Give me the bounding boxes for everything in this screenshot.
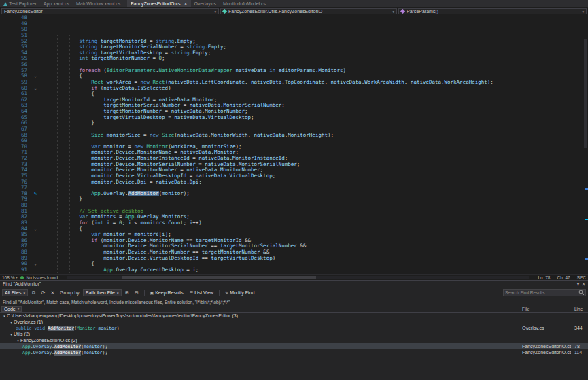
search-find-results-box[interactable] bbox=[503, 289, 586, 296]
document-health-indicator[interactable]: No issues found bbox=[20, 275, 58, 280]
vertical-scrollbar[interactable] bbox=[583, 15, 588, 274]
code-line[interactable]: 74 monitor.Device.MonitorNumber = native… bbox=[0, 167, 583, 173]
view-mode-dropdown[interactable]: Code ▾ bbox=[1, 306, 22, 312]
code-line[interactable]: 54 string targetVirtualDesktop = string.… bbox=[0, 50, 583, 56]
code-line[interactable]: 72 monitor.Device.MonitorInstanceId = na… bbox=[0, 156, 583, 162]
code-line[interactable]: 50 bbox=[0, 27, 583, 33]
code-line[interactable]: 51 bbox=[0, 33, 583, 39]
code-line[interactable]: 81 // Set active desktop bbox=[0, 209, 583, 215]
fold-chevron-icon[interactable]: ⌄ bbox=[29, 261, 42, 267]
code-line[interactable]: 69 bbox=[0, 138, 583, 144]
project-dropdown[interactable]: FancyZonesEditor ▾ bbox=[1, 8, 219, 14]
fold-chevron-icon[interactable]: ⌄ bbox=[29, 226, 42, 232]
code-line[interactable]: 66 } bbox=[0, 120, 583, 126]
code-line[interactable]: 78✎ App.Overlay.AddMonitor(monitor); bbox=[0, 191, 583, 197]
result-row[interactable]: ▾Overlay.cs (1) bbox=[0, 319, 588, 325]
code-line[interactable]: 48 bbox=[0, 15, 583, 21]
tab-app-xaml-cs[interactable]: App.xaml.cs bbox=[40, 0, 73, 7]
copy-icon[interactable]: ⧉ bbox=[30, 289, 37, 296]
tab-monitorinfomodel-cs[interactable]: MonitorInfoModel.cs bbox=[220, 0, 269, 7]
tab-test-explorer[interactable]: Test Explorer bbox=[0, 0, 40, 7]
list-view-button[interactable]: ☰ List View bbox=[188, 289, 215, 296]
code-line[interactable]: 59 Rect workArea = new Rect(nativeData.L… bbox=[0, 80, 583, 86]
result-row[interactable]: App.Overlay.AddMonitor(monitor);FancyZon… bbox=[0, 349, 588, 356]
tab-fancyzoneseditorio-cs[interactable]: FancyZonesEditorIO.cs✕ bbox=[127, 0, 190, 7]
scope-dropdown[interactable]: All Files ▾ bbox=[2, 289, 28, 296]
code-line[interactable]: 83 for (int i = 0; i < monitors.Count; i… bbox=[0, 220, 583, 226]
result-row[interactable]: ▾C:\Users\zhaopengwang\Desktop\powertoys… bbox=[0, 313, 588, 319]
gutter-margin bbox=[29, 138, 42, 144]
result-row[interactable]: ▾FancyZonesEditorIO.cs (2) bbox=[0, 337, 588, 343]
expander-icon[interactable]: ▾ bbox=[16, 339, 20, 343]
code-line[interactable]: 60⌄ if (nativeData.IsSelected) bbox=[0, 86, 583, 92]
expand-all-icon[interactable]: ⊞ bbox=[124, 289, 131, 296]
code-line[interactable]: 67 bbox=[0, 126, 583, 133]
horizontal-scrollbar[interactable] bbox=[67, 276, 529, 279]
code-token: ); bbox=[235, 144, 241, 150]
zoom-control[interactable]: 108 % ▾ bbox=[2, 275, 17, 280]
expander-icon[interactable]: ▾ bbox=[9, 320, 14, 324]
refresh-icon[interactable]: ⟳ bbox=[39, 289, 47, 296]
chevron-down-icon[interactable]: ▾ bbox=[577, 281, 579, 286]
fold-chevron-icon[interactable]: ⌄ bbox=[29, 73, 42, 80]
code-line[interactable]: 73 monitor.Device.MonitorSerialNumber = … bbox=[0, 162, 583, 168]
code-line[interactable]: 70 var monitor = new Monitor(workArea, m… bbox=[0, 144, 583, 150]
code-line[interactable]: 65 targetVirtualDesktop = nativeData.Vir… bbox=[0, 115, 583, 121]
column-header-line[interactable]: Line bbox=[574, 307, 583, 311]
code-line[interactable]: 58⌄ { bbox=[0, 73, 583, 80]
clear-icon[interactable]: ✕ bbox=[49, 289, 56, 296]
close-icon[interactable]: ✕ bbox=[184, 1, 187, 6]
code-line[interactable]: 86 if (monitor.Device.MonitorName == tar… bbox=[0, 238, 583, 244]
keep-results-button[interactable]: ▣ Keep Results bbox=[148, 289, 186, 296]
code-line[interactable]: 55 int targetMonitorNumber = 0; bbox=[0, 56, 583, 62]
modify-find-button[interactable]: ✎ Modify Find bbox=[223, 289, 256, 296]
code-line[interactable]: 85 var monitor = monitors[i]; bbox=[0, 232, 583, 238]
expander-icon[interactable]: ▾ bbox=[2, 314, 7, 318]
member-dropdown[interactable]: ParseParams() ▾ bbox=[398, 8, 587, 14]
spaces-indicator[interactable]: SPC bbox=[577, 275, 586, 280]
code-line[interactable]: 87 monitor.Device.MonitorSerialNumber ==… bbox=[0, 243, 583, 249]
code-token: ; bbox=[214, 97, 218, 103]
result-row[interactable]: public void AddMonitor(Monitor monitor)O… bbox=[0, 325, 588, 331]
type-dropdown[interactable]: FancyZonesEditor.Utils.FancyZonesEditorI… bbox=[220, 8, 397, 14]
code-line[interactable]: 89 monitor.Device.VirtualDesktopId == ta… bbox=[0, 256, 583, 262]
code-token: Monitors bbox=[318, 68, 343, 73]
code-line[interactable]: 91 App.Overlay.CurrentDesktop = i; bbox=[0, 267, 583, 273]
search-input[interactable] bbox=[504, 290, 578, 295]
code-line[interactable]: 84⌄ { bbox=[0, 226, 583, 232]
code-line[interactable]: 79 } bbox=[0, 196, 583, 203]
result-row[interactable]: ▾Utils (2) bbox=[0, 331, 588, 337]
edit-marker-icon[interactable]: ✎ bbox=[29, 191, 42, 197]
group-by-dropdown[interactable]: Path then File ▾ bbox=[83, 289, 122, 296]
scrollbar-thumb[interactable] bbox=[122, 276, 317, 279]
code-line[interactable]: 88 monitor.Device.MonitorNumber == targe… bbox=[0, 249, 583, 256]
code-line[interactable]: 75 monitor.Device.VirtualDesktopId = nat… bbox=[0, 173, 583, 179]
code-editor[interactable]: 4849505152 string targetMonitorId = stri… bbox=[0, 15, 583, 274]
close-icon[interactable]: ✕ bbox=[582, 281, 585, 286]
code-line[interactable]: 76 monitor.Device.Dpi = nativeData.Dpi; bbox=[0, 179, 583, 186]
code-line[interactable]: 80 bbox=[0, 203, 583, 209]
collapse-all-icon[interactable]: ⊟ bbox=[133, 289, 141, 296]
code-line[interactable]: 57 foreach (EditorParameters.NativeMonit… bbox=[0, 68, 583, 74]
code-line[interactable]: 71 monitor.Device.MonitorName = nativeDa… bbox=[0, 150, 583, 156]
scrollbar-thumb[interactable] bbox=[584, 39, 587, 148]
code-line[interactable]: 64 targetMonitorNumber = nativeData.Moni… bbox=[0, 109, 583, 115]
code-line[interactable]: 62 targetMonitorId = nativeData.Monitor; bbox=[0, 97, 583, 103]
result-row[interactable]: App.Overlay.AddMonitor(monitor);FancyZon… bbox=[0, 343, 588, 349]
code-line[interactable]: 77 bbox=[0, 185, 583, 191]
code-line[interactable]: 53 string targetMonitorSerialNumber = st… bbox=[0, 44, 583, 50]
fold-chevron-icon[interactable]: ⌄ bbox=[29, 86, 42, 92]
tab-mainwindow-xaml-cs[interactable]: MainWindow.xaml.cs bbox=[73, 0, 124, 7]
code-line[interactable]: 90⌄ { bbox=[0, 261, 583, 267]
find-panel-header[interactable]: Find "AddMonitor" ▾ ✕ bbox=[0, 280, 588, 287]
code-line[interactable]: 52 string targetMonitorId = string.Empty… bbox=[0, 39, 583, 45]
code-line[interactable]: 61 { bbox=[0, 91, 583, 97]
code-line[interactable]: 56 bbox=[0, 62, 583, 68]
column-header-file[interactable]: File bbox=[522, 307, 529, 311]
code-line[interactable]: 68 Size monitorSize = new Size(nativeDat… bbox=[0, 133, 583, 139]
expander-icon[interactable]: ▾ bbox=[9, 332, 14, 336]
tab-overlay-cs[interactable]: Overlay.cs bbox=[191, 0, 220, 7]
code-line[interactable]: 82 var monitors = App.Overlay.Monitors; bbox=[0, 214, 583, 220]
code-line[interactable]: 49 bbox=[0, 21, 583, 27]
code-line[interactable]: 63 targetMonitorSerialNumber = nativeDat… bbox=[0, 103, 583, 109]
